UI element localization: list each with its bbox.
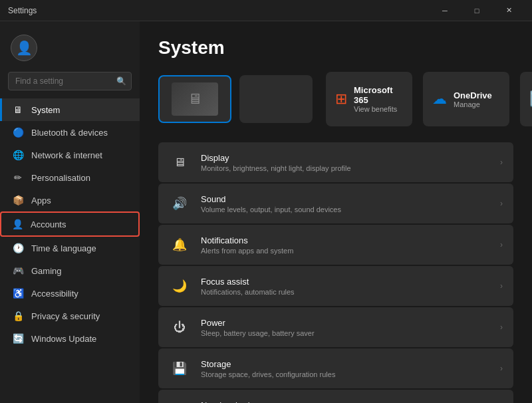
settings-item-focus-assist[interactable]: 🌙 Focus assist Notifications, automatic … — [158, 266, 513, 306]
settings-desc-focus-assist: Notifications, automatic rules — [201, 288, 489, 296]
service-icon-onedrive: ☁ — [432, 90, 447, 108]
nav-icon-windows-update: 🔄 — [13, 333, 23, 344]
settings-item-display[interactable]: 🖥 Display Monitors, brightness, night li… — [158, 142, 513, 182]
sidebar-item-system[interactable]: 🖥 System — [0, 98, 140, 121]
sidebar-item-accounts[interactable]: 👤 Accounts — [0, 211, 140, 237]
search-input[interactable] — [8, 72, 132, 90]
nav-icon-privacy: 🔒 — [13, 311, 23, 321]
settings-item-nearby-sharing[interactable]: 📡 Nearby sharing Discoverability, receiv… — [158, 390, 513, 403]
nav-icon-accounts: 👤 — [12, 219, 23, 229]
nav-icon-bluetooth: 🔵 — [13, 127, 23, 138]
search-box: 🔍 — [8, 72, 132, 90]
settings-title-storage: Storage — [201, 359, 489, 369]
sidebar-item-accessibility[interactable]: ♿ Accessibility — [0, 282, 140, 305]
chevron-icon-storage: › — [500, 364, 503, 373]
sidebar-item-privacy[interactable]: 🔒 Privacy & security — [0, 305, 140, 327]
settings-title-sound: Sound — [201, 194, 489, 204]
settings-title-notifications: Notifications — [201, 235, 489, 245]
settings-icon-storage: 💾 — [169, 358, 190, 379]
nav-icon-network: 🌐 — [13, 150, 23, 160]
sidebar-item-bluetooth[interactable]: 🔵 Bluetooth & devices — [0, 121, 140, 144]
main-content: System 🖥 ⊞ Microsoft 365 View benefits ☁… — [140, 21, 532, 403]
service-info-onedrive: OneDrive Manage — [454, 90, 492, 108]
settings-icon-sound: 🔊 — [169, 193, 190, 214]
nav-label-accounts: Accounts — [31, 219, 66, 229]
nav-label-accessibility: Accessibility — [31, 289, 78, 299]
service-name-ms365: Microsoft 365 — [354, 85, 403, 105]
device-widget-2[interactable] — [239, 75, 313, 123]
settings-text-power: Power Sleep, battery usage, battery save… — [201, 318, 489, 337]
app-container: 👤 🔍 🖥 System 🔵 Bluetooth & devices 🌐 Net… — [0, 21, 532, 403]
avatar: 👤 — [11, 35, 37, 61]
chevron-icon-display: › — [500, 158, 503, 167]
search-icon: 🔍 — [116, 76, 126, 86]
minimize-button[interactable]: ─ — [430, 0, 460, 21]
nav-label-privacy: Privacy & security — [31, 311, 100, 321]
nav-icon-gaming: 🎮 — [13, 265, 23, 276]
sidebar-item-apps[interactable]: 📦 Apps — [0, 189, 140, 211]
nav-label-time: Time & language — [31, 243, 96, 253]
sidebar: 👤 🔍 🖥 System 🔵 Bluetooth & devices 🌐 Net… — [0, 21, 140, 403]
nav-label-system: System — [31, 105, 60, 115]
sidebar-nav: 🖥 System 🔵 Bluetooth & devices 🌐 Network… — [0, 98, 140, 350]
settings-title-focus-assist: Focus assist — [201, 277, 489, 287]
close-button[interactable]: ✕ — [493, 0, 524, 21]
nav-icon-apps: 📦 — [13, 195, 23, 205]
device-image: 🖥 — [172, 82, 218, 116]
nav-icon-personalisation: ✏ — [13, 172, 23, 183]
settings-icon-nearby-sharing: 📡 — [169, 399, 190, 403]
nav-icon-accessibility: ♿ — [13, 288, 23, 299]
nav-label-bluetooth: Bluetooth & devices — [31, 128, 108, 138]
settings-text-display: Display Monitors, brightness, night ligh… — [201, 153, 489, 172]
avatar-section: 👤 — [0, 29, 140, 72]
settings-desc-notifications: Alerts from apps and system — [201, 247, 489, 255]
service-icon-ms365: ⊞ — [335, 90, 347, 108]
settings-desc-power: Sleep, battery usage, battery saver — [201, 329, 489, 337]
device-widget-1[interactable]: 🖥 — [158, 75, 231, 123]
sidebar-item-gaming[interactable]: 🎮 Gaming — [0, 259, 140, 282]
service-info-ms365: Microsoft 365 View benefits — [354, 85, 403, 113]
settings-item-sound[interactable]: 🔊 Sound Volume levels, output, input, so… — [158, 184, 513, 223]
titlebar: Settings ─ □ ✕ — [0, 0, 532, 21]
settings-list: 🖥 Display Monitors, brightness, night li… — [158, 142, 513, 403]
settings-text-focus-assist: Focus assist Notifications, automatic ru… — [201, 277, 489, 296]
maximize-button[interactable]: □ — [462, 0, 492, 21]
settings-title-power: Power — [201, 318, 489, 328]
nav-label-windows-update: Windows Update — [31, 334, 96, 344]
settings-item-notifications[interactable]: 🔔 Notifications Alerts from apps and sys… — [158, 225, 513, 265]
service-sub-ms365: View benefits — [354, 105, 403, 113]
settings-icon-notifications: 🔔 — [169, 234, 190, 255]
sidebar-item-windows-update[interactable]: 🔄 Windows Update — [0, 327, 140, 350]
settings-icon-display: 🖥 — [169, 152, 190, 173]
settings-item-power[interactable]: ⏻ Power Sleep, battery usage, battery sa… — [158, 307, 513, 347]
settings-title-display: Display — [201, 153, 489, 163]
nav-icon-time: 🕐 — [13, 243, 23, 253]
sidebar-item-personalisation[interactable]: ✏ Personalisation — [0, 166, 140, 189]
settings-icon-focus-assist: 🌙 — [169, 275, 190, 297]
nav-icon-system: 🖥 — [13, 104, 23, 115]
widgets-row: 🖥 ⊞ Microsoft 365 View benefits ☁ OneDri… — [158, 72, 513, 126]
nav-label-apps: Apps — [31, 196, 51, 205]
service-icon-windows-update: 🔄 — [529, 90, 532, 108]
settings-title-nearby-sharing: Nearby sharing — [201, 400, 489, 404]
page-title: System — [158, 37, 513, 59]
nav-label-personalisation: Personalisation — [31, 173, 90, 183]
chevron-icon-notifications: › — [500, 240, 503, 249]
settings-icon-power: ⏻ — [169, 317, 190, 338]
settings-item-storage[interactable]: 💾 Storage Storage space, drives, configu… — [158, 348, 513, 388]
settings-text-sound: Sound Volume levels, output, input, soun… — [201, 194, 489, 213]
sidebar-item-time[interactable]: 🕐 Time & language — [0, 237, 140, 259]
chevron-icon-focus-assist: › — [500, 281, 503, 291]
nav-label-network: Network & internet — [31, 150, 102, 160]
service-widget-windows-update[interactable]: 🔄 Windows Update Last checked: 1 minute … — [520, 72, 532, 126]
titlebar-controls: ─ □ ✕ — [430, 0, 524, 21]
settings-text-nearby-sharing: Nearby sharing Discoverability, received… — [201, 400, 489, 404]
settings-text-notifications: Notifications Alerts from apps and syste… — [201, 235, 489, 255]
settings-text-storage: Storage Storage space, drives, configura… — [201, 359, 489, 378]
sidebar-item-network[interactable]: 🌐 Network & internet — [0, 144, 140, 166]
service-widget-onedrive[interactable]: ☁ OneDrive Manage — [423, 72, 509, 126]
chevron-icon-sound: › — [500, 199, 503, 208]
service-widgets: ⊞ Microsoft 365 View benefits ☁ OneDrive… — [326, 72, 532, 126]
service-widget-ms365[interactable]: ⊞ Microsoft 365 View benefits — [326, 72, 412, 126]
service-sub-onedrive: Manage — [454, 100, 492, 108]
